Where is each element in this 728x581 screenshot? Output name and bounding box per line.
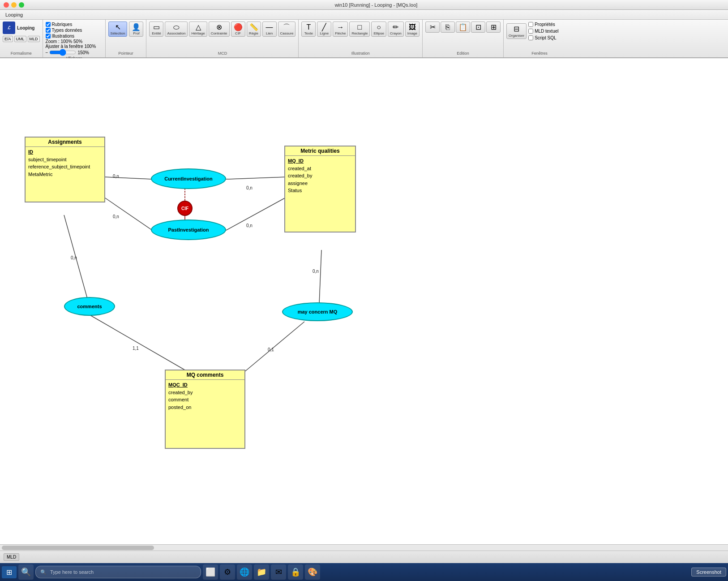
selection-icon: ↖: [115, 23, 121, 31]
statusbar: MLD: [0, 551, 728, 563]
prof-label: Prof: [133, 31, 140, 35]
fenetres-group: ⊟ Organiser Propriétés MLD textuel Scrip…: [504, 20, 575, 57]
close-button[interactable]: [4, 2, 9, 8]
mld-textuel-checkbox[interactable]: [528, 29, 533, 34]
organiser-button[interactable]: ⊟ Organiser: [506, 23, 527, 39]
search-taskbar-icon[interactable]: 🔍: [18, 564, 34, 580]
assoc-current-investigation[interactable]: CurrentInvestigation: [151, 168, 226, 189]
regle-icon: 📏: [249, 23, 258, 31]
mld-icon[interactable]: MLD: [28, 36, 40, 42]
prof-button[interactable]: 👤 Prof: [129, 22, 143, 37]
cif-label: CIF: [181, 206, 188, 211]
maximize-button[interactable]: [19, 2, 24, 8]
affichage-group: Rubriques Types données Illustrations Zo…: [43, 20, 106, 57]
entity-metric-qualities[interactable]: Metric qualities MQ_ID created_at create…: [284, 146, 356, 232]
svg-line-2: [104, 197, 152, 230]
association-label: Association: [167, 31, 185, 35]
svg-line-6: [64, 215, 90, 306]
lien-button[interactable]: — Lien: [262, 22, 277, 37]
ea-icon[interactable]: E/A: [3, 36, 13, 42]
lock-icon[interactable]: 🔒: [288, 564, 303, 580]
types-donnees-checkbox[interactable]: [46, 28, 51, 33]
cut-button[interactable]: ✂: [425, 22, 440, 33]
svg-line-9: [244, 322, 304, 372]
copy-button[interactable]: ⎘: [441, 22, 455, 33]
explorer-icon[interactable]: 📁: [254, 564, 269, 580]
align-center-button[interactable]: ⊞: [486, 22, 501, 33]
proprietes-checkbox[interactable]: [528, 22, 533, 27]
paint-icon[interactable]: 🎨: [305, 564, 320, 580]
card-metric-mayconcern: 0,n: [313, 269, 319, 274]
organiser-row: ⊟ Organiser Propriétés MLD textuel Scrip…: [506, 22, 573, 41]
cut-icon: ✂: [430, 23, 436, 31]
regle-button[interactable]: 📏 Règle: [247, 22, 261, 37]
entity-mq-comments[interactable]: MQ comments MQC_ID created_by comment po…: [165, 370, 245, 449]
script-sql-label: Script SQL: [535, 35, 556, 40]
scrollbar-thumb[interactable]: [2, 546, 154, 550]
entity-assignments[interactable]: Assignments ID subject_timepoint referen…: [25, 137, 105, 202]
align-left-button[interactable]: ⊡: [471, 22, 485, 33]
heritage-icon: △: [196, 23, 201, 31]
paste-button[interactable]: 📋: [456, 22, 470, 33]
fenetres-checkboxes: Propriétés MLD textuel Script SQL: [528, 22, 558, 41]
card-current-metric: 0,n: [246, 185, 253, 190]
titlebar: win10 [Running] - Looping - [MQs.loo]: [0, 0, 728, 10]
contrainte-button[interactable]: ⊗ Contrainte: [209, 22, 230, 37]
selection-button[interactable]: ↖ Sélection: [108, 22, 128, 37]
crayon-button[interactable]: ✏ Crayon: [388, 22, 404, 37]
screenshot-button[interactable]: Screenshot: [691, 568, 726, 577]
assoc-past-investigation[interactable]: PastInvestigation: [151, 219, 226, 240]
zoom-slider-row: − 150%: [46, 49, 103, 56]
texte-icon: T: [306, 23, 311, 31]
assoc-comments[interactable]: comments: [64, 297, 115, 316]
canvas-area[interactable]: Assignments ID subject_timepoint referen…: [0, 58, 728, 544]
current-investigation-label: CurrentInvestigation: [164, 176, 213, 181]
illustration-buttons: T Texte ╱ Ligne → Flèche □ Rectangle ○ E…: [301, 22, 420, 37]
ligne-icon: ╱: [322, 23, 326, 31]
formalisme-group: 𝓛 Looping E/A UML MLD Formalisme: [0, 20, 43, 57]
browser-icon[interactable]: 🌐: [237, 564, 252, 580]
rubriques-checkbox[interactable]: [46, 22, 51, 27]
menu-looping[interactable]: Looping: [2, 11, 26, 18]
illustration-group: T Texte ╱ Ligne → Flèche □ Rectangle ○ E…: [299, 20, 423, 57]
association-button[interactable]: ⬭ Association: [165, 22, 188, 37]
cassure-button[interactable]: ⌒ Cassure: [278, 22, 296, 37]
texte-label: Texte: [304, 31, 313, 35]
uml-icon[interactable]: UML: [14, 36, 26, 42]
image-button[interactable]: 🖼 Image: [405, 22, 420, 37]
minimize-button[interactable]: [11, 2, 17, 8]
toolbar: 𝓛 Looping E/A UML MLD Formalisme Rubriqu…: [0, 20, 728, 58]
heritage-button[interactable]: △ Héritage: [189, 22, 207, 37]
task-view-icon[interactable]: ⬜: [203, 564, 218, 580]
cif-indicator[interactable]: CIF: [177, 201, 193, 216]
assoc-may-concern-mq[interactable]: may concern MQ: [282, 302, 353, 321]
entite-button[interactable]: ▭ Entité: [149, 22, 163, 37]
entite-label: Entité: [152, 31, 161, 35]
field-status: Status: [288, 187, 352, 194]
organiser-icon: ⊟: [514, 25, 519, 33]
card-assignments-past: 0,n: [113, 214, 119, 219]
search-placeholder: Type here to search: [50, 569, 94, 575]
mld-textuel-label: MLD textuel: [535, 29, 558, 34]
ligne-button[interactable]: ╱ Ligne: [317, 22, 331, 37]
settings-icon[interactable]: ⚙: [220, 564, 235, 580]
cif-icon: 🔴: [234, 23, 243, 31]
zoom-slider[interactable]: [49, 49, 76, 56]
illustrations-checkbox[interactable]: [46, 34, 51, 39]
ellipse-button[interactable]: ○ Ellipse: [371, 22, 386, 37]
texte-button[interactable]: T Texte: [301, 22, 316, 37]
cif-button[interactable]: 🔴 CIF: [231, 22, 245, 37]
window-title: win10 [Running] - Looping - [MQs.loo]: [28, 2, 724, 8]
card-mayconcern-mqcomments: 0,1: [268, 347, 274, 352]
script-sql-checkbox[interactable]: [528, 35, 533, 40]
start-button[interactable]: ⊞: [2, 566, 17, 578]
fleche-button[interactable]: → Flèche: [333, 22, 348, 37]
mail-icon[interactable]: ✉: [271, 564, 286, 580]
fit-label: Ajuster à la fenêtre: [46, 44, 83, 49]
horizontal-scrollbar[interactable]: [0, 544, 728, 551]
prof-icon: 👤: [132, 23, 141, 31]
search-bar[interactable]: 🔍 Type here to search: [35, 566, 201, 578]
zoom-label: Zoom : 100%: [46, 39, 72, 44]
rectangle-button[interactable]: □ Rectangle: [349, 22, 370, 37]
paste-icon: 📋: [458, 23, 467, 31]
